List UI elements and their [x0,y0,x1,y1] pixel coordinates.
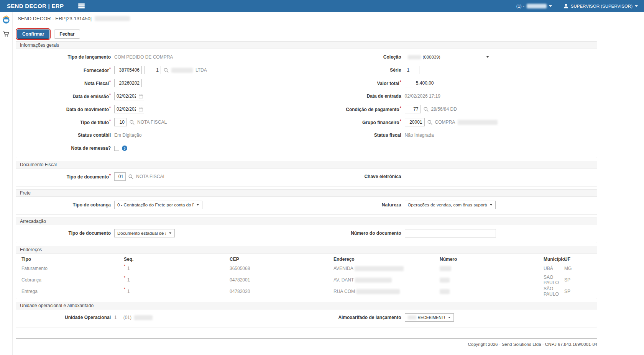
calendar-icon[interactable] [138,105,144,113]
col-header-municipio: Município [544,255,564,263]
section-title: Unidade operacional e almoxarifado [16,302,597,309]
address-row-uf: SP [564,286,597,297]
condicao-pagamento-input[interactable] [405,105,421,113]
chevron-down-icon [169,232,171,234]
section-documento-fiscal: Documento Fiscal Tipo de documento* [16,161,597,186]
confirm-button[interactable]: Confirmar [17,29,49,39]
calendar-icon[interactable] [138,92,144,100]
nota-fiscal-input[interactable] [114,79,142,87]
user-menu[interactable]: SUPERVISOR (SUPERVISOR) [564,3,638,8]
tipo-cobranca-select[interactable]: 0 - Contratação do Frete por conta do Re… [114,201,202,209]
address-row-municipio: UBÁ [544,263,564,274]
tipo-titulo-input[interactable] [114,118,127,126]
search-icon[interactable] [164,68,169,73]
redacted-text [408,316,416,319]
serie-label: Série [307,67,405,73]
cart-icon[interactable] [3,31,9,37]
fornecedor-label: Fornecedor* [16,67,114,73]
almoxarifado-label: Almoxarifado de lançamento [307,315,405,320]
required-asterisk: * [109,80,111,84]
valor-total-input[interactable] [405,79,436,87]
required-asterisk: * [400,106,401,110]
section-arrecadacao: Arrecadação Tipo de documento Documento … [16,218,597,243]
left-sidebar [0,12,13,355]
address-row-uf: SP [564,274,597,286]
close-button[interactable]: Fechar [54,29,80,39]
hamburger-menu-icon[interactable] [77,1,86,11]
send-decor-logo-icon[interactable] [2,15,10,24]
data-movimento-label: Data do movimento* [16,106,114,112]
status-fiscal-value: Não Integrada [405,133,434,138]
address-row-uf: MG [564,263,597,274]
confirm-button-focus-ring: Confirmar [16,28,51,40]
search-icon[interactable] [427,120,432,125]
almoxarifado-select[interactable]: RECEBIMENTO (1) (1) [405,313,454,322]
search-icon[interactable] [128,174,133,179]
unidade-operacional-code: 1 [114,315,117,320]
section-title: Informações gerais [16,42,597,49]
tipo-documento-desc: NOTA FISCAL [136,174,166,179]
col-header-seq: Seq. [124,255,230,263]
search-icon[interactable] [424,107,429,112]
chave-eletronica-label: Chave eletrônica [307,174,405,179]
company-selector[interactable]: (1) - [516,4,552,8]
section-title: Endereços [16,246,597,254]
tipo-titulo-label: Tipo de título* [16,119,114,125]
person-icon [564,3,568,8]
user-menu-label: SUPERVISOR (SUPERVISOR) [571,4,632,8]
colecao-select[interactable]: (000039) [405,53,492,61]
arrecadacao-tipo-documento-label: Tipo de documento [16,231,114,236]
search-icon[interactable] [130,120,135,125]
col-header-endereco: Endereço [334,255,440,263]
redacted-text [171,68,193,73]
tipo-documento-input[interactable] [114,172,126,181]
tipo-lancamento-label: Tipo de lançamento [16,54,114,60]
required-asterisk: * [109,119,111,123]
serie-input[interactable] [405,66,419,74]
data-movimento-input[interactable] [114,105,138,113]
fornecedor-seq-input[interactable] [145,66,161,74]
address-row-seq: *1 [124,274,230,286]
brand-title: SEND DECOR | ERP [0,3,64,9]
nota-remessa-checkbox[interactable] [114,146,119,151]
chevron-down-icon [197,204,199,206]
required-asterisk: * [124,287,125,291]
grupo-financeiro-input[interactable] [405,118,425,126]
data-emissao-label: Data de emissão* [16,93,114,99]
tipo-documento-label: Tipo de documento* [16,173,114,180]
address-row-seq: *1 [124,286,230,297]
required-asterisk: * [124,264,125,268]
redacted-text [355,266,404,271]
chevron-down-icon [448,317,450,318]
fornecedor-code-input[interactable] [114,66,142,74]
chevron-down-icon [549,5,552,7]
condicao-pagamento-label: Condição de pagamento* [307,106,405,112]
copyright-text: Copyright 2026 - Send Solutions Ltda - C… [16,339,597,347]
toolbar: Confirmar Fechar [16,28,597,40]
help-icon[interactable]: ? [122,146,127,151]
address-row-tipo: Cobrança [21,274,124,286]
section-unidade-operacional: Unidade operacional e almoxarifado Unida… [16,302,597,327]
required-asterisk: * [109,173,111,178]
section-enderecos: Endereços Tipo Seq. CEP Endereço Número … [16,246,597,299]
natureza-select[interactable]: Operações de vendas, com ônus suportado … [405,201,496,209]
required-asterisk: * [109,106,111,110]
redacted-text [458,120,498,125]
grupo-financeiro-desc: COMPRA [435,119,455,125]
numero-documento-input[interactable] [405,229,496,237]
section-title: Documento Fiscal [16,161,597,169]
section-title: Arrecadação [16,218,597,225]
arrecadacao-tipo-documento-select[interactable]: Documento estadual de arrecadação [114,229,175,237]
address-row-endereco: AVENIDA [334,263,440,274]
required-asterisk: * [124,276,125,280]
data-emissao-input[interactable] [114,92,138,100]
unidade-operacional-label: Unidade Operacional [16,315,114,320]
address-row-municipio: SÃO PAULO [544,286,564,297]
redacted-text [355,278,392,283]
address-row-tipo: Faturamento [21,263,124,274]
address-row-seq: *1 [124,263,230,274]
section-title: Frete [16,190,597,197]
nota-remessa-label: Nota de remessa? [16,146,114,151]
address-row-endereco: AV. DANT [334,274,440,286]
address-row-cep: 04782001 [230,274,334,286]
